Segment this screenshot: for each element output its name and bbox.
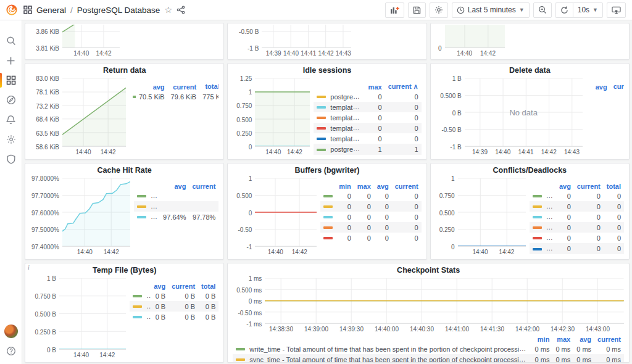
- legend-header[interactable]: avg: [573, 335, 594, 344]
- sidebar-item-search[interactable]: [0, 31, 22, 50]
- legend-header[interactable]: avg: [160, 182, 189, 191]
- legend-header[interactable]: avg: [592, 82, 610, 91]
- legend-header[interactable]: current: [168, 82, 200, 91]
- legend-series-name[interactable]: write_time - Total amount of time that h…: [249, 345, 531, 353]
- legend-header[interactable]: max: [354, 182, 374, 191]
- legend-header[interactable]: current: [189, 182, 218, 191]
- legend-value: 0: [385, 133, 422, 144]
- legend-header[interactable]: avg: [556, 182, 574, 191]
- y-tick-label: 0.500 ms: [236, 286, 262, 293]
- cycle-view-mode-button[interactable]: [607, 2, 626, 18]
- legend-header[interactable]: current ∨: [610, 82, 624, 91]
- plot-area[interactable]: [445, 25, 505, 48]
- grafana-logo[interactable]: [0, 0, 23, 20]
- legend-row: template1, s: idle00: [314, 123, 421, 133]
- legend-header[interactable]: total: [198, 282, 218, 291]
- panel-title-text: Buffers (bgwriter): [295, 166, 360, 175]
- share-icon[interactable]: [177, 6, 185, 14]
- sidebar-item-explore[interactable]: [0, 91, 22, 109]
- legend-value: 0: [374, 233, 392, 243]
- legend-series-name[interactable]: template0, s: idle in transaction: [330, 114, 365, 122]
- x-tick-label: 14:40: [457, 50, 472, 57]
- breadcrumb-folder[interactable]: General: [36, 6, 66, 15]
- add-panel-button[interactable]: [385, 2, 404, 18]
- panel-info-icon[interactable]: i: [28, 264, 30, 271]
- plot-area[interactable]: [255, 178, 317, 247]
- plot-area[interactable]: [62, 78, 126, 147]
- x-tick-label: 14:40: [75, 149, 91, 155]
- legend-header[interactable]: current: [168, 282, 198, 291]
- refresh-button[interactable]: [555, 2, 573, 18]
- legend-value: 0 B: [151, 291, 168, 301]
- sidebar-item-alerting[interactable]: [0, 110, 22, 129]
- legend-header[interactable]: avg: [136, 82, 168, 91]
- legend-header[interactable]: min: [532, 335, 553, 344]
- legend-header[interactable]: total: [604, 182, 624, 191]
- dashboard-settings-button[interactable]: [430, 2, 448, 18]
- legend-value: [189, 201, 218, 212]
- legend-header[interactable]: current: [392, 182, 422, 191]
- legend-series-name[interactable]: sync_time - Total amount of time that ha…: [249, 355, 531, 363]
- legend-header[interactable]: current: [594, 335, 624, 344]
- legend-series-name[interactable]: template0, s: idle: [330, 103, 365, 111]
- legend-header[interactable]: max: [552, 335, 573, 344]
- legend-value: 0 ms: [573, 354, 594, 363]
- legend-header[interactable]: min: [336, 182, 354, 191]
- legend-series-name[interactable]: postgres, s: idle in transaction: [330, 93, 365, 101]
- sidebar-item-dashboards[interactable]: [0, 71, 22, 89]
- legend-header[interactable]: avg: [374, 182, 392, 191]
- refresh-interval-button[interactable]: 10s ▼: [573, 2, 603, 18]
- legend-series-name[interactable]: postgres, s: idle: [330, 145, 365, 153]
- plot-area[interactable]: [255, 78, 310, 147]
- zoom-out-time-button[interactable]: [533, 2, 552, 18]
- plot-area[interactable]: [265, 278, 624, 324]
- plot-area[interactable]: [62, 25, 120, 48]
- breadcrumb-dashboard-title[interactable]: PostgreSQL Database: [77, 6, 160, 15]
- legend-row: template00 B0 B0 B: [130, 301, 218, 312]
- legend-header[interactable]: current: [574, 182, 604, 191]
- question-circle-icon: [6, 346, 16, 356]
- legend-row: template0, s: idle00: [314, 102, 421, 112]
- plot-area[interactable]: [262, 25, 351, 48]
- legend-row: postgres conflicts000: [530, 212, 624, 222]
- legend-header[interactable]: current ∧: [385, 82, 422, 91]
- panel-title[interactable]: Buffers (bgwriter): [228, 163, 426, 177]
- plot-area[interactable]: [458, 178, 526, 247]
- sidebar-item-create[interactable]: [0, 51, 22, 70]
- legend-value: 0: [392, 233, 422, 243]
- panel-title[interactable]: Idle sessions: [228, 64, 426, 77]
- time-picker-button[interactable]: Last 5 minutes ▼: [452, 2, 530, 18]
- plot-area[interactable]: [62, 178, 130, 247]
- y-tick-label: 1 B: [452, 75, 462, 82]
- legend-header[interactable]: max: [365, 82, 385, 91]
- panel-title[interactable]: Checkpoint Stats: [228, 263, 629, 277]
- legend-row: template0: [134, 201, 218, 212]
- user-avatar[interactable]: [4, 325, 18, 338]
- legend-row: write_time - Total amount of time that h…: [233, 344, 624, 354]
- legend-row: template1, s: idle in transaction00: [314, 133, 421, 144]
- legend-value: 0: [374, 222, 392, 233]
- x-axis: 14:4014:42: [62, 247, 130, 257]
- legend-series-name[interactable]: template1, s: idle in transaction: [330, 134, 365, 143]
- plot-area[interactable]: No data: [465, 78, 583, 147]
- plot-area[interactable]: [59, 278, 126, 350]
- panel-title[interactable]: Conflicts/Deadlocks: [431, 163, 629, 177]
- save-dashboard-button[interactable]: [408, 2, 426, 18]
- legend-value: 0: [556, 201, 574, 212]
- legend-header[interactable]: total ∨: [199, 82, 218, 91]
- sidebar-item-help[interactable]: [0, 344, 22, 358]
- panel-cutoff-2: -0.50 B-1 B 14:3914:4014:4114:4214:43: [227, 23, 426, 60]
- star-icon[interactable]: ☆: [164, 5, 172, 15]
- legend-header[interactable]: avg: [151, 282, 168, 291]
- sidebar-item-server-admin[interactable]: [0, 150, 22, 168]
- legend-series-name[interactable]: template1, s: idle: [330, 124, 365, 132]
- search-icon: [6, 36, 16, 46]
- series-color-swatch: [317, 96, 326, 98]
- x-tick-label: 14:40: [265, 149, 281, 155]
- sidebar-item-configuration[interactable]: [0, 130, 22, 149]
- nav-actions: Last 5 minutes ▼ 10s ▼: [385, 2, 626, 18]
- series-color-swatch: [317, 127, 326, 130]
- x-tick-label: 14:39: [266, 50, 281, 57]
- legend-value: 0: [604, 243, 624, 254]
- series-color-swatch: [533, 205, 542, 208]
